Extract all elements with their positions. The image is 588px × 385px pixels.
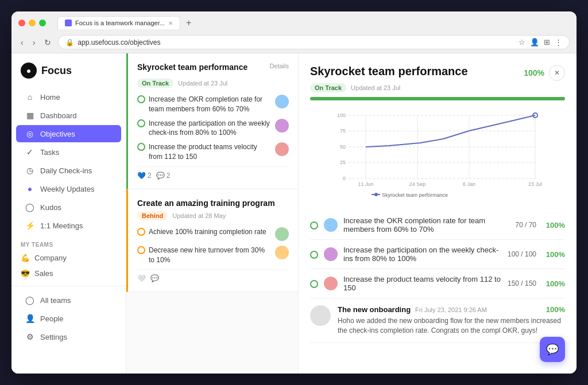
avatar-1-2 <box>275 119 289 133</box>
svg-text:6 Jan: 6 Jan <box>463 181 475 187</box>
detail-kr-pct-1: 100% <box>542 221 565 230</box>
svg-text:100: 100 <box>337 112 346 118</box>
home-icon: ⌂ <box>25 92 34 102</box>
kr-text-2-2: Decrease new hire turnover from 30% to 1… <box>149 246 272 265</box>
people-label: People <box>40 314 63 323</box>
more-icon[interactable]: ⋮ <box>555 38 562 46</box>
extension-icon[interactable]: ⊞ <box>544 38 550 46</box>
detail-header: Skyrocket team performance 100% ✕ <box>310 65 565 81</box>
objective-2-meta: Behind Updated at 28 May <box>137 211 289 220</box>
detail-title: Skyrocket team performance <box>310 65 517 78</box>
close-window-button[interactable] <box>18 20 25 26</box>
sidebar-item-kudos[interactable]: ◯ Kudos <box>16 199 121 216</box>
detail-kr-pct-3: 100% <box>542 279 565 288</box>
profile-icon[interactable]: 👤 <box>530 38 539 46</box>
performance-chart: 100 75 50 25 0 11 Jun 24 Sep 6 Jan <box>310 110 565 201</box>
settings-icon: ⚙ <box>25 332 34 341</box>
svg-text:Skyrocket team performance: Skyrocket team performance <box>382 192 448 198</box>
sidebar-item-objectives-label: Objectives <box>40 130 75 138</box>
sidebar-team-company[interactable]: 💪 Company <box>11 250 126 266</box>
sidebar-item-settings[interactable]: ⚙ Settings <box>16 328 121 345</box>
kr-2-1: Achieve 100% training completion rate <box>137 227 289 241</box>
detail-kr-value-2: 100 / 100 <box>508 250 536 258</box>
svg-text:0: 0 <box>343 176 346 181</box>
svg-text:23 Jul: 23 Jul <box>528 181 542 187</box>
tab-bar: Focus is a teamwork manager... ✕ + <box>57 16 570 29</box>
chart-container: 100 75 50 25 0 11 Jun 24 Sep 6 Jan <box>310 110 565 201</box>
avatar-1-1 <box>275 95 289 108</box>
sidebar-item-tasks-label: Tasks <box>40 148 59 157</box>
status-badge-2: Behind <box>137 211 168 220</box>
tab-close-button[interactable]: ✕ <box>168 20 173 26</box>
bookmark-icon[interactable]: ☆ <box>519 38 525 46</box>
kr-circle-1-1 <box>137 95 145 103</box>
kr-text-1-1: Increase the OKR completion rate for tea… <box>149 95 272 114</box>
logo: ● Focus <box>11 63 126 88</box>
sidebar-item-checkins[interactable]: ◷ Daily Check-ins <box>16 162 121 179</box>
my-teams-label: MY TEAMS <box>11 235 126 250</box>
detail-kr-value-1: 70 / 70 <box>515 221 536 229</box>
activity-header: The new onboarding Fri July 23, 2021 9:2… <box>338 305 565 314</box>
browser-tab[interactable]: Focus is a teamwork manager... ✕ <box>57 16 180 29</box>
sidebar-item-checkins-label: Daily Check-ins <box>40 166 92 175</box>
heart-reaction-1[interactable]: 💙 2 <box>137 172 152 180</box>
detail-kr-1: Increase the OKR completion rate for tea… <box>310 211 565 240</box>
sidebar-item-weekly-label: Weekly Updates <box>40 185 94 193</box>
company-label: Company <box>34 254 67 262</box>
sidebar-item-meetings[interactable]: ⚡ 1:1 Meetings <box>16 217 121 234</box>
kr-1-2: Increase the participation on the weekly… <box>137 119 289 138</box>
details-link-1[interactable]: Details <box>269 63 289 69</box>
activity-title: The new onboarding <box>338 305 411 314</box>
kr-text-2-1: Achieve 100% training completion rate <box>149 227 272 237</box>
heart-reaction-2[interactable]: 🤍 <box>137 274 146 282</box>
objectives-icon: ◎ <box>25 129 34 138</box>
sidebar-item-weekly[interactable]: ● Weekly Updates <box>16 180 121 197</box>
reload-button[interactable]: ↻ <box>42 37 53 48</box>
address-bar-row: ‹ › ↻ 🔒 app.usefocus.co/objectives ☆ 👤 ⊞… <box>18 33 570 53</box>
traffic-lights <box>18 20 46 26</box>
detail-kr-value-3: 150 / 150 <box>508 279 536 287</box>
new-tab-button[interactable]: + <box>183 17 195 29</box>
weekly-icon: ● <box>25 184 34 193</box>
kr-circle-1-2 <box>137 119 145 127</box>
sales-emoji: 😎 <box>21 269 30 278</box>
sidebar-item-home[interactable]: ⌂ Home <box>16 88 121 106</box>
chat-icon: 💬 <box>546 343 559 356</box>
svg-text:50: 50 <box>340 144 346 150</box>
comment-reaction-1[interactable]: 💬 2 <box>156 172 171 180</box>
svg-text:11 Jun: 11 Jun <box>358 181 373 187</box>
maximize-window-button[interactable] <box>39 20 46 26</box>
back-button[interactable]: ‹ <box>18 37 26 48</box>
sidebar-item-dashboard-label: Dashboard <box>40 111 77 120</box>
activity-text: Hoho we added the new onboarding flow fo… <box>338 316 565 336</box>
kudos-icon: ◯ <box>25 203 34 212</box>
close-detail-button[interactable]: ✕ <box>549 65 565 81</box>
sidebar-item-all-teams[interactable]: ◯ All teams <box>16 291 121 309</box>
activity-time: Fri July 23, 2021 9:26 AM <box>415 306 487 313</box>
progress-bar-fill <box>310 97 565 100</box>
detail-kr-pct-2: 100% <box>542 250 565 259</box>
detail-updated: Updated at 23 Jul <box>351 84 400 91</box>
minimize-window-button[interactable] <box>29 20 36 26</box>
activity-avatar <box>310 305 331 326</box>
forward-button[interactable]: › <box>30 37 38 48</box>
detail-avatar-3 <box>324 277 338 290</box>
sidebar-item-meetings-label: 1:1 Meetings <box>40 221 83 230</box>
sidebar-item-objectives[interactable]: ◎ Objectives <box>16 125 121 142</box>
address-bar[interactable]: 🔒 app.usefocus.co/objectives ☆ 👤 ⊞ ⋮ <box>58 35 570 49</box>
people-icon: 👤 <box>25 314 34 323</box>
sidebar-team-sales[interactable]: 😎 Sales <box>11 266 126 281</box>
sidebar-item-dashboard[interactable]: ▦ Dashboard <box>16 107 121 124</box>
chat-fab-button[interactable]: 💬 <box>540 337 565 362</box>
sidebar-item-kudos-label: Kudos <box>40 203 61 212</box>
detail-status-badge: On Track <box>310 83 346 92</box>
kr-circle-1-3 <box>137 143 145 151</box>
comment-reaction-2[interactable]: 💬 <box>150 274 159 282</box>
progress-bar <box>310 97 565 100</box>
sidebar: ● Focus ⌂ Home ▦ Dashboard ◎ Objectives … <box>11 53 126 374</box>
sidebar-item-tasks[interactable]: ✓ Tasks <box>16 143 121 161</box>
sidebar-item-people[interactable]: 👤 People <box>16 310 121 327</box>
detail-meta: On Track Updated at 23 Jul <box>310 83 565 92</box>
avatar-2-2 <box>275 246 289 259</box>
tasks-icon: ✓ <box>25 147 34 157</box>
